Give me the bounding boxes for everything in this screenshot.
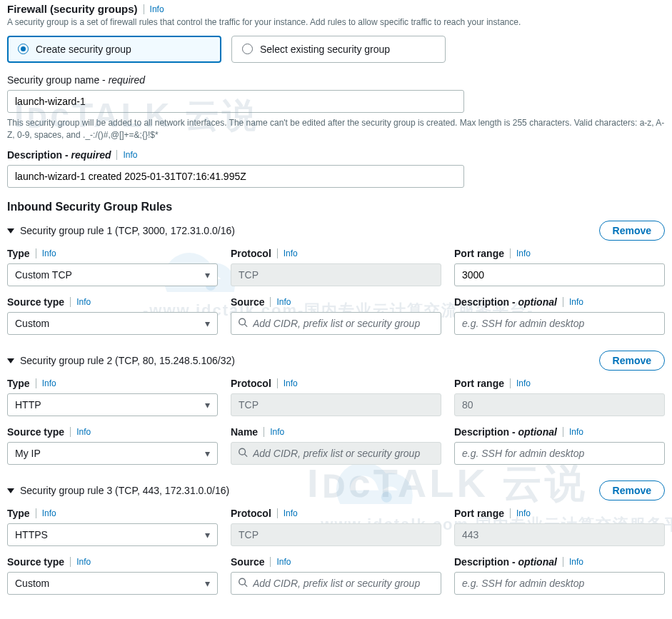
protocol-input (231, 523, 441, 546)
info-link[interactable]: Info (276, 557, 291, 567)
info-link[interactable]: Info (569, 427, 583, 437)
source-type-label: Source type (7, 426, 64, 438)
source-type-select[interactable]: Custom ▾ (7, 312, 218, 335)
separator (277, 248, 278, 258)
search-icon (238, 578, 248, 590)
separator (70, 427, 71, 437)
type-select[interactable]: HTTPS ▾ (7, 523, 218, 546)
sg-name-helper: This security group will be added to all… (7, 117, 665, 141)
type-select[interactable]: Custom TCP ▾ (7, 263, 218, 286)
chevron-down-icon: ▾ (205, 448, 210, 459)
collapse-toggle-icon[interactable] (7, 228, 14, 233)
info-link[interactable]: Info (516, 248, 531, 258)
rule-title: Security group rule 1 (TCP, 3000, 172.31… (20, 225, 235, 236)
remove-button[interactable]: Remove (599, 480, 665, 500)
port-range-input (454, 523, 665, 546)
remove-button[interactable]: Remove (599, 221, 665, 241)
source-label: Source (231, 296, 264, 308)
info-link[interactable]: Info (123, 150, 137, 160)
svg-line-5 (245, 455, 248, 458)
port-range-input[interactable] (454, 263, 665, 286)
separator (510, 378, 511, 388)
source-type-label: Source type (7, 556, 64, 568)
separator (270, 297, 271, 307)
firewall-subtext: A security group is a set of firewall ru… (7, 16, 665, 29)
protocol-input (231, 393, 441, 416)
sg-name-label: Security group name - required (7, 74, 145, 86)
info-link[interactable]: Info (284, 378, 298, 388)
chevron-down-icon: ▾ (205, 318, 210, 329)
type-label: Type (7, 508, 30, 519)
info-link[interactable]: Info (42, 248, 56, 258)
rule-description-input[interactable] (454, 312, 665, 335)
description-optional-label: Description - optional (454, 426, 557, 438)
chevron-down-icon: ▾ (205, 529, 210, 540)
source-input[interactable] (231, 572, 441, 595)
type-select[interactable]: HTTP ▾ (7, 393, 218, 416)
rule-title: Security group rule 3 (TCP, 443, 172.31.… (20, 485, 229, 496)
info-link[interactable]: Info (569, 297, 583, 307)
collapse-toggle-icon[interactable] (7, 358, 14, 363)
separator (277, 378, 278, 388)
security-group-name-input[interactable] (7, 90, 464, 113)
separator (563, 427, 563, 437)
separator (70, 297, 71, 307)
rule-title: Security group rule 2 (TCP, 80, 15.248.5… (20, 355, 235, 366)
radio-label: Select existing security group (260, 44, 390, 55)
info-link[interactable]: Info (516, 378, 531, 388)
radio-create-security-group[interactable]: Create security group (7, 36, 221, 63)
info-link[interactable]: Info (42, 508, 56, 518)
svg-point-6 (239, 579, 246, 585)
rule-description-input[interactable] (454, 442, 665, 465)
separator (36, 248, 36, 258)
separator (270, 557, 271, 567)
svg-line-7 (245, 585, 248, 588)
description-optional-label: Description - optional (454, 296, 557, 308)
info-link[interactable]: Info (516, 508, 531, 518)
source-type-select[interactable]: Custom ▾ (7, 572, 218, 595)
source-input (231, 442, 441, 465)
info-link[interactable]: Info (76, 557, 91, 567)
info-link[interactable]: Info (276, 297, 291, 307)
info-link[interactable]: Info (42, 378, 56, 388)
info-link[interactable]: Info (150, 4, 164, 14)
info-link[interactable]: Info (76, 297, 91, 307)
source-label: Source (231, 556, 264, 568)
port-range-label: Port range (454, 248, 504, 259)
rule-description-input[interactable] (454, 572, 665, 595)
separator (36, 508, 36, 518)
description-input[interactable] (7, 165, 464, 188)
svg-point-2 (239, 319, 246, 326)
firewall-title: Firewall (security groups) (7, 3, 138, 15)
chevron-down-icon: ▾ (205, 269, 210, 281)
svg-line-3 (245, 325, 248, 328)
collapse-toggle-icon[interactable] (7, 488, 14, 493)
radio-label: Create security group (36, 44, 131, 55)
chevron-down-icon: ▾ (205, 578, 210, 589)
info-link[interactable]: Info (284, 508, 298, 518)
info-link[interactable]: Info (569, 557, 583, 567)
type-label: Type (7, 378, 30, 389)
radio-select-existing-security-group[interactable]: Select existing security group (231, 36, 446, 63)
security-group-rule: Security group rule 1 (TCP, 3000, 172.31… (7, 221, 665, 335)
separator (264, 427, 264, 437)
source-type-select[interactable]: My IP ▾ (7, 442, 218, 465)
inbound-rules-heading: Inbound Security Group Rules (7, 201, 665, 213)
separator (144, 4, 144, 14)
port-range-label: Port range (454, 378, 504, 389)
separator (510, 248, 511, 258)
svg-point-4 (239, 449, 246, 456)
protocol-label: Protocol (231, 508, 271, 519)
remove-button[interactable]: Remove (599, 351, 665, 371)
separator (563, 297, 563, 307)
separator (116, 150, 117, 160)
source-label: Name (231, 426, 258, 438)
info-link[interactable]: Info (76, 427, 91, 437)
security-group-rule: Security group rule 2 (TCP, 80, 15.248.5… (7, 351, 665, 465)
info-link[interactable]: Info (284, 248, 298, 258)
info-link[interactable]: Info (270, 427, 284, 437)
type-label: Type (7, 248, 30, 259)
source-input[interactable] (231, 312, 441, 335)
separator (277, 508, 278, 518)
protocol-label: Protocol (231, 248, 271, 259)
